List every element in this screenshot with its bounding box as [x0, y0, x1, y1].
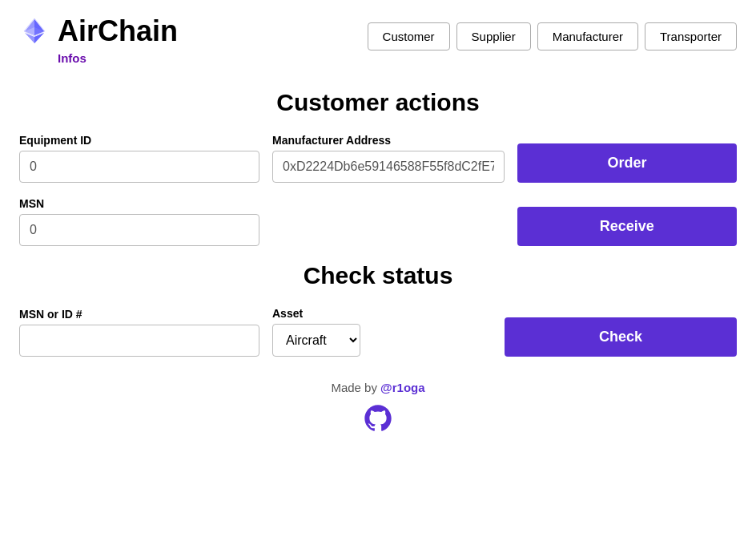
app-title: AirChain [58, 14, 178, 48]
made-by-text: Made by [331, 381, 377, 394]
author-link[interactable]: @r1oga [380, 381, 424, 394]
receive-button[interactable]: Receive [517, 207, 737, 246]
nav-transporter-button[interactable]: Transporter [645, 22, 737, 50]
manufacturer-address-label: Manufacturer Address [272, 134, 505, 147]
check-status-title: Check status [19, 262, 737, 289]
asset-label: Asset [272, 307, 360, 320]
order-form-row: Equipment ID Manufacturer Address Order [19, 134, 737, 183]
check-status-section: Check status MSN or ID # Asset Aircraft … [19, 262, 737, 357]
msn-id-group: MSN or ID # [19, 308, 259, 357]
asset-group: Asset Aircraft Part [272, 307, 360, 357]
infos-link[interactable]: Infos [58, 51, 86, 65]
receive-form-row: MSN Receive [19, 197, 737, 246]
equipment-id-group: Equipment ID [19, 134, 259, 183]
header-left: AirChain Infos [19, 14, 178, 65]
main-content: Customer actions Equipment ID Manufactur… [0, 65, 756, 434]
github-icon-wrapper[interactable] [19, 402, 737, 434]
msn-id-input[interactable] [19, 325, 259, 357]
nav-buttons: Customer Supplier Manufacturer Transport… [368, 22, 737, 50]
msn-group: MSN [19, 197, 259, 246]
nav-customer-button[interactable]: Customer [368, 22, 450, 50]
equipment-id-label: Equipment ID [19, 134, 259, 147]
customer-actions-title: Customer actions [19, 89, 737, 116]
order-button[interactable]: Order [517, 143, 737, 183]
nav-supplier-button[interactable]: Supplier [456, 22, 531, 50]
github-icon [362, 402, 394, 434]
msn-label: MSN [19, 197, 259, 210]
manufacturer-address-input[interactable] [272, 151, 505, 183]
equipment-id-input[interactable] [19, 151, 259, 183]
asset-select[interactable]: Aircraft Part [272, 324, 360, 357]
customer-actions-section: Customer actions Equipment ID Manufactur… [19, 89, 737, 246]
nav-manufacturer-button[interactable]: Manufacturer [537, 22, 638, 50]
msn-input[interactable] [19, 214, 259, 246]
footer: Made by @r1oga [19, 381, 737, 434]
logo-row: AirChain [19, 14, 178, 48]
msn-id-label: MSN or ID # [19, 308, 259, 321]
manufacturer-address-group: Manufacturer Address [272, 134, 505, 183]
check-button[interactable]: Check [505, 317, 737, 357]
ethereum-icon [19, 16, 50, 46]
check-form-row: MSN or ID # Asset Aircraft Part Check [19, 307, 737, 357]
